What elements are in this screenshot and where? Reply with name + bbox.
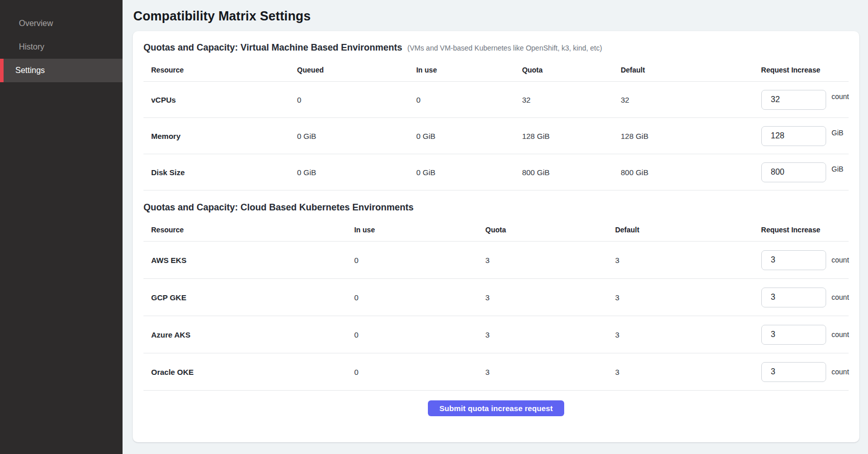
column-header-resource: Resource	[143, 66, 290, 74]
resource-label: Memory	[143, 132, 290, 140]
sidebar-item-label: History	[19, 42, 44, 52]
default-value: 3	[608, 256, 754, 265]
request-increase-input-azure-aks[interactable]	[761, 325, 826, 345]
default-value: 3	[608, 293, 754, 302]
request-increase-input-memory[interactable]	[761, 126, 826, 146]
main-content: Compatibility Matrix Settings Quotas and…	[123, 0, 868, 454]
quota-value: 3	[478, 368, 608, 376]
table-header-row: Resource Queued In use Quota Default Req…	[143, 58, 849, 82]
quota-value: 128 GiB	[514, 132, 613, 140]
resource-label: Disk Size	[143, 168, 290, 177]
unit-label: GiB	[832, 165, 843, 173]
quota-value: 3	[478, 256, 608, 265]
default-value: 32	[613, 95, 754, 104]
in-use-value: 0	[347, 330, 478, 339]
column-header-request-increase: Request Increase	[754, 226, 849, 234]
column-header-quota: Quota	[478, 226, 608, 234]
quota-value: 800 GiB	[514, 168, 613, 177]
sidebar: Overview History Settings	[0, 0, 123, 454]
in-use-value: 0 GiB	[408, 168, 514, 177]
column-header-default: Default	[613, 66, 754, 74]
table-row-oracle-oke: Oracle OKE 0 3 3 count	[143, 353, 849, 391]
request-increase-input-disk-size[interactable]	[761, 162, 826, 182]
queued-value: 0 GiB	[290, 132, 408, 140]
queued-value: 0 GiB	[290, 168, 408, 177]
quota-value: 32	[514, 95, 613, 104]
in-use-value: 0	[347, 293, 478, 302]
request-increase-input-oracle-oke[interactable]	[761, 362, 826, 382]
submit-row: Submit quota increase request	[143, 391, 849, 430]
sidebar-item-settings[interactable]: Settings	[0, 59, 123, 82]
settings-card: Quotas and Capacity: Virtual Machine Bas…	[133, 31, 859, 442]
table-row-vcpus: vCPUs 0 0 32 32 count	[143, 82, 849, 118]
quota-value: 3	[478, 330, 608, 339]
unit-label: count	[832, 256, 849, 264]
in-use-value: 0	[347, 368, 478, 376]
table-row-azure-aks: Azure AKS 0 3 3 count	[143, 316, 849, 353]
page-title: Compatibility Matrix Settings	[133, 9, 859, 23]
table-row-gcp-gke: GCP GKE 0 3 3 count	[143, 279, 849, 316]
in-use-value: 0 GiB	[408, 132, 514, 140]
table-row-memory: Memory 0 GiB 0 GiB 128 GiB 128 GiB GiB	[143, 118, 849, 154]
k8s-section-header: Quotas and Capacity: Cloud Based Kuberne…	[143, 202, 849, 213]
default-value: 128 GiB	[613, 132, 754, 140]
column-header-queued: Queued	[290, 66, 408, 74]
vm-quota-table: Resource Queued In use Quota Default Req…	[143, 58, 849, 190]
quota-value: 3	[478, 293, 608, 302]
request-increase-input-aws-eks[interactable]	[761, 250, 826, 270]
unit-label: count	[832, 92, 849, 101]
k8s-section-title: Quotas and Capacity: Cloud Based Kuberne…	[143, 202, 414, 213]
resource-label: vCPUs	[143, 95, 290, 104]
column-header-quota: Quota	[514, 66, 613, 74]
column-header-resource: Resource	[143, 226, 347, 234]
in-use-value: 0	[347, 256, 478, 265]
table-header-row: Resource In use Quota Default Request In…	[143, 218, 849, 242]
sidebar-item-overview[interactable]: Overview	[0, 12, 123, 35]
request-increase-input-gcp-gke[interactable]	[761, 288, 826, 307]
resource-label: AWS EKS	[143, 256, 347, 265]
table-row-aws-eks: AWS EKS 0 3 3 count	[143, 242, 849, 279]
unit-label: count	[832, 293, 849, 301]
default-value: 3	[608, 330, 754, 339]
default-value: 800 GiB	[613, 168, 754, 177]
vm-section-title: Quotas and Capacity: Virtual Machine Bas…	[143, 42, 402, 53]
unit-label: GiB	[832, 129, 843, 137]
unit-label: count	[832, 368, 849, 376]
column-header-request-increase: Request Increase	[754, 66, 849, 74]
submit-quota-increase-button[interactable]: Submit quota increase request	[428, 400, 564, 416]
resource-label: Azure AKS	[143, 330, 347, 339]
resource-label: GCP GKE	[143, 293, 347, 302]
vm-section-header: Quotas and Capacity: Virtual Machine Bas…	[143, 42, 849, 53]
sidebar-item-label: Settings	[15, 66, 45, 75]
default-value: 3	[608, 368, 754, 376]
request-increase-input-vcpus[interactable]	[761, 90, 826, 110]
vm-section-note: (VMs and VM-based Kubernetes like OpenSh…	[407, 44, 602, 52]
k8s-quota-table: Resource In use Quota Default Request In…	[143, 218, 849, 391]
column-header-in-use: In use	[347, 226, 478, 234]
queued-value: 0	[290, 95, 408, 104]
sidebar-item-label: Overview	[19, 19, 53, 28]
in-use-value: 0	[408, 95, 514, 104]
resource-label: Oracle OKE	[143, 368, 347, 376]
table-row-disk-size: Disk Size 0 GiB 0 GiB 800 GiB 800 GiB Gi…	[143, 154, 849, 190]
sidebar-item-history[interactable]: History	[0, 35, 123, 59]
column-header-in-use: In use	[408, 66, 514, 74]
unit-label: count	[832, 330, 849, 339]
column-header-default: Default	[608, 226, 754, 234]
